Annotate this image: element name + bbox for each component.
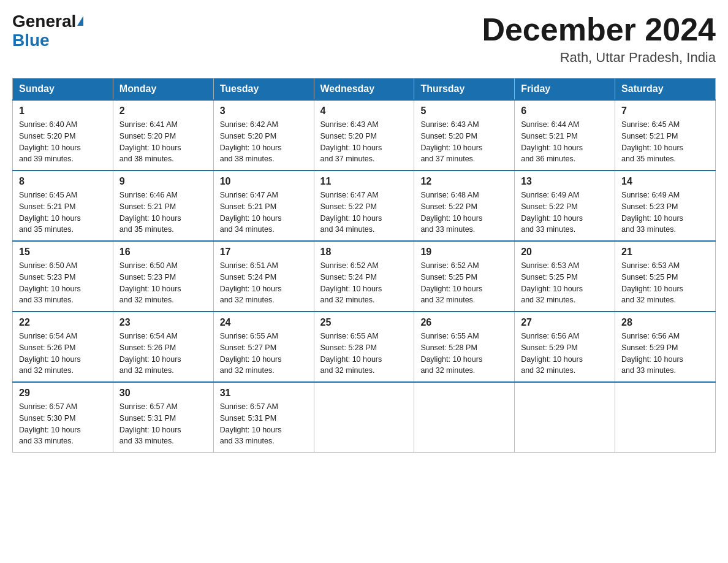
day-number: 14 [621, 176, 709, 187]
day-detail: Sunrise: 6:55 AMSunset: 5:28 PMDaylight:… [320, 331, 408, 377]
day-number: 3 [220, 105, 308, 117]
col-wednesday: Wednesday [314, 79, 414, 101]
day-number: 28 [621, 317, 709, 328]
table-row: 14 Sunrise: 6:49 AMSunset: 5:23 PMDaylig… [615, 170, 716, 241]
day-number: 1 [19, 105, 107, 117]
table-row [314, 382, 414, 453]
table-row: 9 Sunrise: 6:46 AMSunset: 5:21 PMDayligh… [113, 170, 213, 241]
day-detail: Sunrise: 6:44 AMSunset: 5:21 PMDaylight:… [521, 119, 609, 165]
table-row: 10 Sunrise: 6:47 AMSunset: 5:21 PMDaylig… [213, 170, 314, 241]
day-detail: Sunrise: 6:55 AMSunset: 5:27 PMDaylight:… [220, 331, 308, 377]
day-detail: Sunrise: 6:50 AMSunset: 5:23 PMDaylight:… [119, 260, 207, 306]
logo-triangle-icon [77, 16, 83, 26]
day-detail: Sunrise: 6:48 AMSunset: 5:22 PMDaylight:… [420, 190, 508, 236]
day-detail: Sunrise: 6:52 AMSunset: 5:25 PMDaylight:… [420, 260, 508, 306]
table-row: 1 Sunrise: 6:40 AMSunset: 5:20 PMDayligh… [13, 100, 113, 170]
table-row: 23 Sunrise: 6:54 AMSunset: 5:26 PMDaylig… [113, 312, 213, 382]
day-detail: Sunrise: 6:43 AMSunset: 5:20 PMDaylight:… [420, 119, 508, 165]
table-row: 19 Sunrise: 6:52 AMSunset: 5:25 PMDaylig… [414, 241, 515, 312]
day-detail: Sunrise: 6:57 AMSunset: 5:31 PMDaylight:… [220, 401, 308, 447]
day-number: 7 [621, 105, 709, 117]
day-detail: Sunrise: 6:57 AMSunset: 5:30 PMDaylight:… [19, 401, 107, 447]
day-detail: Sunrise: 6:43 AMSunset: 5:20 PMDaylight:… [320, 119, 408, 165]
day-number: 30 [119, 388, 207, 399]
day-number: 25 [320, 317, 408, 328]
page-header: General Blue December 2024 Rath, Uttar P… [12, 12, 716, 66]
table-row: 17 Sunrise: 6:51 AMSunset: 5:24 PMDaylig… [213, 241, 314, 312]
day-number: 12 [420, 176, 508, 187]
day-number: 11 [320, 176, 408, 187]
title-section: December 2024 Rath, Uttar Pradesh, India [482, 12, 716, 66]
day-detail: Sunrise: 6:45 AMSunset: 5:21 PMDaylight:… [621, 119, 709, 165]
logo-general: General [12, 12, 76, 31]
day-detail: Sunrise: 6:54 AMSunset: 5:26 PMDaylight:… [19, 331, 107, 377]
day-number: 26 [420, 317, 508, 328]
week-row-1: 1 Sunrise: 6:40 AMSunset: 5:20 PMDayligh… [13, 100, 716, 170]
month-title: December 2024 [482, 12, 716, 47]
day-detail: Sunrise: 6:51 AMSunset: 5:24 PMDaylight:… [220, 260, 308, 306]
table-row: 25 Sunrise: 6:55 AMSunset: 5:28 PMDaylig… [314, 312, 414, 382]
logo-blue: Blue [12, 31, 50, 50]
day-detail: Sunrise: 6:55 AMSunset: 5:28 PMDaylight:… [420, 331, 508, 377]
calendar-header-row: Sunday Monday Tuesday Wednesday Thursday… [13, 79, 716, 101]
table-row [515, 382, 615, 453]
day-number: 13 [521, 176, 609, 187]
location-title: Rath, Uttar Pradesh, India [482, 50, 716, 66]
week-row-4: 22 Sunrise: 6:54 AMSunset: 5:26 PMDaylig… [13, 312, 716, 382]
table-row: 31 Sunrise: 6:57 AMSunset: 5:31 PMDaylig… [213, 382, 314, 453]
table-row: 26 Sunrise: 6:55 AMSunset: 5:28 PMDaylig… [414, 312, 515, 382]
day-number: 24 [220, 317, 308, 328]
day-number: 16 [119, 247, 207, 258]
day-number: 8 [19, 176, 107, 187]
day-number: 19 [420, 247, 508, 258]
day-detail: Sunrise: 6:49 AMSunset: 5:22 PMDaylight:… [521, 190, 609, 236]
table-row: 6 Sunrise: 6:44 AMSunset: 5:21 PMDayligh… [515, 100, 615, 170]
table-row [615, 382, 716, 453]
table-row: 30 Sunrise: 6:57 AMSunset: 5:31 PMDaylig… [113, 382, 213, 453]
day-detail: Sunrise: 6:47 AMSunset: 5:21 PMDaylight:… [220, 190, 308, 236]
day-number: 18 [320, 247, 408, 258]
day-detail: Sunrise: 6:45 AMSunset: 5:21 PMDaylight:… [19, 190, 107, 236]
table-row: 15 Sunrise: 6:50 AMSunset: 5:23 PMDaylig… [13, 241, 113, 312]
day-detail: Sunrise: 6:52 AMSunset: 5:24 PMDaylight:… [320, 260, 408, 306]
table-row: 20 Sunrise: 6:53 AMSunset: 5:25 PMDaylig… [515, 241, 615, 312]
table-row: 4 Sunrise: 6:43 AMSunset: 5:20 PMDayligh… [314, 100, 414, 170]
col-sunday: Sunday [13, 79, 113, 101]
col-monday: Monday [113, 79, 213, 101]
day-detail: Sunrise: 6:57 AMSunset: 5:31 PMDaylight:… [119, 401, 207, 447]
day-number: 20 [521, 247, 609, 258]
week-row-5: 29 Sunrise: 6:57 AMSunset: 5:30 PMDaylig… [13, 382, 716, 453]
table-row: 27 Sunrise: 6:56 AMSunset: 5:29 PMDaylig… [515, 312, 615, 382]
day-number: 29 [19, 388, 107, 399]
day-number: 5 [420, 105, 508, 117]
col-friday: Friday [515, 79, 615, 101]
col-tuesday: Tuesday [213, 79, 314, 101]
day-number: 23 [119, 317, 207, 328]
table-row: 2 Sunrise: 6:41 AMSunset: 5:20 PMDayligh… [113, 100, 213, 170]
logo: General Blue [12, 12, 83, 50]
day-detail: Sunrise: 6:40 AMSunset: 5:20 PMDaylight:… [19, 119, 107, 165]
table-row: 8 Sunrise: 6:45 AMSunset: 5:21 PMDayligh… [13, 170, 113, 241]
table-row: 18 Sunrise: 6:52 AMSunset: 5:24 PMDaylig… [314, 241, 414, 312]
table-row [414, 382, 515, 453]
table-row: 13 Sunrise: 6:49 AMSunset: 5:22 PMDaylig… [515, 170, 615, 241]
day-detail: Sunrise: 6:53 AMSunset: 5:25 PMDaylight:… [621, 260, 709, 306]
day-detail: Sunrise: 6:41 AMSunset: 5:20 PMDaylight:… [119, 119, 207, 165]
table-row: 21 Sunrise: 6:53 AMSunset: 5:25 PMDaylig… [615, 241, 716, 312]
table-row: 11 Sunrise: 6:47 AMSunset: 5:22 PMDaylig… [314, 170, 414, 241]
day-detail: Sunrise: 6:49 AMSunset: 5:23 PMDaylight:… [621, 190, 709, 236]
col-thursday: Thursday [414, 79, 515, 101]
day-detail: Sunrise: 6:54 AMSunset: 5:26 PMDaylight:… [119, 331, 207, 377]
col-saturday: Saturday [615, 79, 716, 101]
week-row-2: 8 Sunrise: 6:45 AMSunset: 5:21 PMDayligh… [13, 170, 716, 241]
day-number: 6 [521, 105, 609, 117]
table-row: 29 Sunrise: 6:57 AMSunset: 5:30 PMDaylig… [13, 382, 113, 453]
table-row: 5 Sunrise: 6:43 AMSunset: 5:20 PMDayligh… [414, 100, 515, 170]
week-row-3: 15 Sunrise: 6:50 AMSunset: 5:23 PMDaylig… [13, 241, 716, 312]
table-row: 3 Sunrise: 6:42 AMSunset: 5:20 PMDayligh… [213, 100, 314, 170]
day-detail: Sunrise: 6:46 AMSunset: 5:21 PMDaylight:… [119, 190, 207, 236]
table-row: 28 Sunrise: 6:56 AMSunset: 5:29 PMDaylig… [615, 312, 716, 382]
day-detail: Sunrise: 6:53 AMSunset: 5:25 PMDaylight:… [521, 260, 609, 306]
table-row: 12 Sunrise: 6:48 AMSunset: 5:22 PMDaylig… [414, 170, 515, 241]
day-number: 9 [119, 176, 207, 187]
